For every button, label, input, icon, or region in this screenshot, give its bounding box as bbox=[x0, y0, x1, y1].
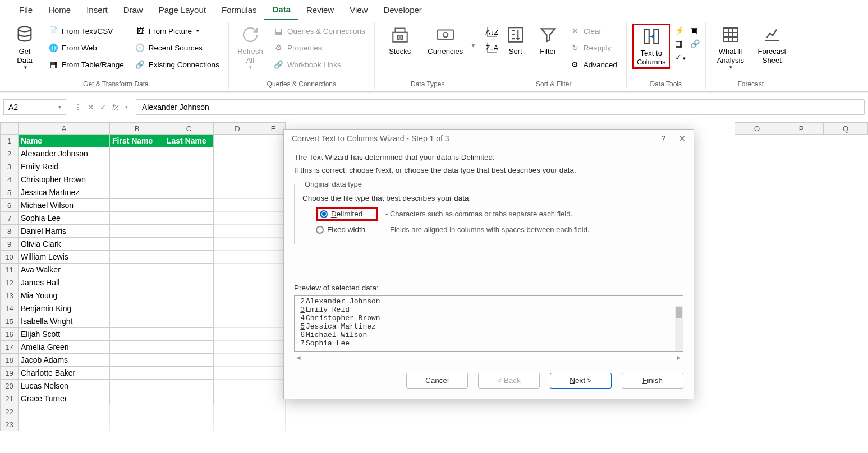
row-header[interactable]: 12 bbox=[0, 276, 19, 289]
cell[interactable]: James Hall bbox=[19, 276, 110, 289]
cell[interactable] bbox=[261, 199, 286, 212]
tab-review[interactable]: Review bbox=[298, 1, 342, 19]
cell[interactable] bbox=[261, 328, 286, 341]
tab-home[interactable]: Home bbox=[40, 1, 79, 19]
tab-data[interactable]: Data bbox=[264, 0, 298, 20]
consolidate-icon[interactable]: ▣ bbox=[690, 26, 700, 35]
cell[interactable] bbox=[261, 212, 286, 225]
cell[interactable] bbox=[261, 405, 286, 418]
cell[interactable] bbox=[164, 380, 214, 392]
cell[interactable] bbox=[110, 341, 164, 354]
cell[interactable] bbox=[261, 392, 286, 405]
cell[interactable]: Jessica Martinez bbox=[19, 186, 110, 199]
cell[interactable] bbox=[110, 276, 164, 289]
row-header[interactable]: 20 bbox=[0, 380, 19, 392]
flash-fill-icon[interactable]: ⚡ bbox=[675, 26, 686, 35]
cell[interactable] bbox=[214, 289, 261, 302]
cell[interactable] bbox=[110, 225, 164, 238]
cancel-button[interactable]: Cancel bbox=[406, 373, 468, 389]
cell[interactable]: Emily Reid bbox=[19, 160, 110, 173]
cell[interactable] bbox=[164, 238, 214, 251]
cell[interactable]: Mia Young bbox=[19, 289, 110, 302]
cell[interactable] bbox=[214, 341, 261, 354]
row-header[interactable]: 7 bbox=[0, 212, 19, 225]
advanced-button[interactable]: ⚙Advanced bbox=[567, 57, 621, 72]
cell[interactable] bbox=[261, 418, 286, 431]
properties-button[interactable]: ⚙Properties bbox=[270, 40, 369, 55]
row-header[interactable]: 18 bbox=[0, 354, 19, 367]
cell[interactable] bbox=[19, 418, 110, 431]
cell[interactable] bbox=[261, 302, 286, 315]
scroll-right-icon[interactable]: ► bbox=[676, 354, 682, 362]
cell[interactable] bbox=[164, 251, 214, 264]
cell[interactable]: Michael Wilson bbox=[19, 199, 110, 212]
cell[interactable] bbox=[110, 289, 164, 302]
row-header[interactable]: 9 bbox=[0, 238, 19, 251]
cell[interactable] bbox=[214, 276, 261, 289]
cell[interactable]: Alexander Johnson bbox=[19, 147, 110, 160]
row-header[interactable]: 10 bbox=[0, 251, 19, 264]
chevron-down-icon[interactable]: ▾ bbox=[58, 104, 61, 110]
name-box[interactable]: A2 ▾ bbox=[3, 99, 66, 115]
get-data-button[interactable]: Get Data▾ bbox=[9, 24, 40, 72]
row-header[interactable]: 17 bbox=[0, 341, 19, 354]
cell[interactable] bbox=[261, 186, 286, 199]
text-to-columns-button[interactable]: Text to Columns bbox=[632, 24, 670, 69]
row-header[interactable]: 6 bbox=[0, 199, 19, 212]
cell[interactable] bbox=[214, 173, 261, 186]
cell[interactable]: Elijah Scott bbox=[19, 328, 110, 341]
row-header[interactable]: 22 bbox=[0, 405, 19, 418]
cell[interactable]: Benjamin King bbox=[19, 302, 110, 315]
cell[interactable] bbox=[164, 225, 214, 238]
cell[interactable]: Olivia Clark bbox=[19, 238, 110, 251]
radio-fixed-width[interactable]: Fixed width bbox=[316, 225, 378, 234]
cell[interactable] bbox=[164, 315, 214, 328]
tab-formulas[interactable]: Formulas bbox=[214, 1, 265, 19]
row-header[interactable]: 15 bbox=[0, 315, 19, 328]
cell[interactable] bbox=[261, 380, 286, 392]
cell[interactable] bbox=[261, 289, 286, 302]
cell[interactable] bbox=[261, 251, 286, 264]
cell[interactable] bbox=[110, 302, 164, 315]
recent-sources-button[interactable]: 🕘Recent Sources bbox=[132, 40, 223, 55]
formula-input[interactable]: Alexander Johnson bbox=[136, 99, 865, 115]
from-table-range-button[interactable]: ▦From Table/Range bbox=[45, 57, 127, 72]
cell[interactable]: Sophia Lee bbox=[19, 212, 110, 225]
cell[interactable] bbox=[214, 135, 261, 147]
cell[interactable] bbox=[214, 186, 261, 199]
from-text-csv-button[interactable]: 📄From Text/CSV bbox=[45, 24, 127, 38]
currencies-button[interactable]: Currencies bbox=[424, 24, 467, 57]
tab-page-layout[interactable]: Page Layout bbox=[151, 1, 214, 19]
select-all-corner[interactable] bbox=[0, 122, 19, 135]
chevron-down-icon[interactable]: ▾ bbox=[471, 40, 475, 49]
row-header[interactable]: 11 bbox=[0, 264, 19, 276]
cell[interactable] bbox=[164, 418, 214, 431]
cell[interactable] bbox=[214, 238, 261, 251]
cell[interactable] bbox=[261, 173, 286, 186]
cell[interactable]: Jacob Adams bbox=[19, 354, 110, 367]
cell[interactable] bbox=[110, 160, 164, 173]
cell[interactable] bbox=[110, 199, 164, 212]
cell[interactable] bbox=[164, 341, 214, 354]
cell[interactable] bbox=[164, 392, 214, 405]
cell[interactable] bbox=[214, 199, 261, 212]
cell[interactable] bbox=[110, 264, 164, 276]
cell[interactable]: Ava Walker bbox=[19, 264, 110, 276]
cell[interactable] bbox=[261, 367, 286, 380]
cell[interactable] bbox=[110, 173, 164, 186]
stocks-button[interactable]: Stocks bbox=[380, 24, 420, 57]
cell[interactable] bbox=[110, 367, 164, 380]
cell[interactable] bbox=[261, 238, 286, 251]
col-header-o[interactable]: O bbox=[735, 122, 779, 135]
cell[interactable] bbox=[214, 380, 261, 392]
cell[interactable] bbox=[110, 354, 164, 367]
cell[interactable]: William Lewis bbox=[19, 251, 110, 264]
cell[interactable]: Name bbox=[19, 135, 110, 147]
cell[interactable] bbox=[110, 147, 164, 160]
sort-asc-button[interactable]: A↓Z bbox=[487, 27, 497, 37]
close-icon[interactable]: ✕ bbox=[679, 134, 686, 143]
cell[interactable] bbox=[214, 328, 261, 341]
tab-developer[interactable]: Developer bbox=[375, 1, 429, 19]
cell[interactable] bbox=[214, 212, 261, 225]
row-header[interactable]: 14 bbox=[0, 302, 19, 315]
